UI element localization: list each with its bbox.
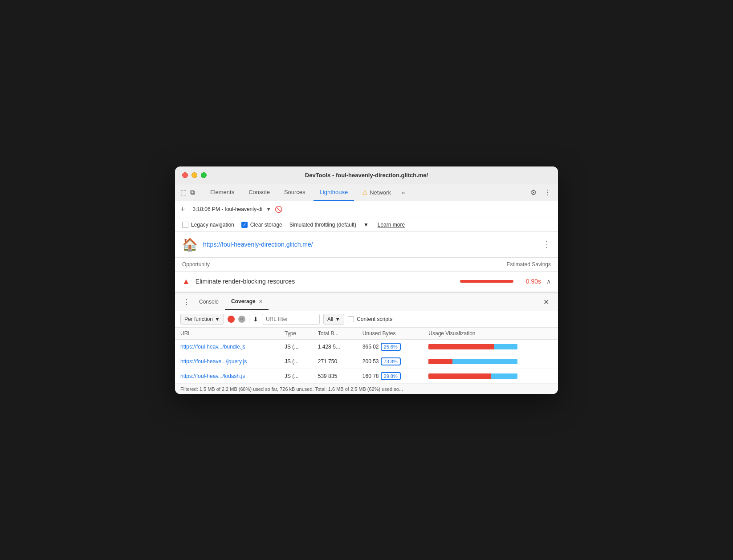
more-tabs-icon[interactable]: » (399, 185, 407, 200)
toolbar-divider (189, 205, 189, 214)
warning-icon: ⚠ (362, 189, 368, 196)
unused-portion (452, 359, 517, 364)
usage-bar (428, 359, 517, 364)
url-dropdown-icon[interactable]: ▼ (266, 206, 271, 212)
add-icon[interactable]: + (180, 205, 185, 214)
col-unused[interactable]: Unused Bytes (357, 328, 424, 340)
throttling-option[interactable]: Simulated throttling (default) (289, 222, 356, 228)
legacy-nav-option: Legacy navigation (182, 222, 234, 228)
inspector-icon[interactable]: ⧉ (190, 188, 195, 196)
table-row[interactable]: https://foul-heav.../bundle.jsJS (...1 4… (175, 339, 558, 354)
more-options-icon[interactable]: ⋮ (542, 185, 553, 200)
col-usage[interactable]: Usage Visualization (423, 328, 558, 340)
status-bar: Filtered: 1.5 MB of 2.2 MB (68%) used so… (175, 384, 558, 394)
traffic-lights (182, 172, 207, 178)
maximize-button[interactable] (201, 172, 207, 178)
table-row[interactable]: https://foul-heav.../lodash.jsJS (...539… (175, 369, 558, 383)
opportunity-header: Opportunity Estimated Savings (175, 258, 558, 272)
options-bar: Legacy navigation ✓ Clear storage Simula… (175, 218, 558, 232)
unused-portion (491, 373, 517, 379)
record-button[interactable] (228, 316, 235, 323)
cell-type: JS (... (279, 369, 313, 383)
legacy-nav-checkbox[interactable] (182, 222, 188, 228)
settings-icon[interactable]: ⚙ (527, 185, 540, 200)
panel-more-icon[interactable]: ⋮ (180, 293, 193, 311)
learn-more-link[interactable]: Learn more (378, 222, 405, 228)
window-title: DevTools - foul-heavenly-direction.glitc… (305, 172, 428, 179)
clear-storage-label: Clear storage (250, 222, 282, 228)
toolbar-separator (249, 315, 249, 323)
tab-sources[interactable]: Sources (278, 184, 312, 201)
cell-usage-vis (423, 369, 558, 383)
clear-storage-checkbox[interactable]: ✓ (241, 222, 248, 228)
coverage-panel: ⋮ Console Coverage ✕ ✕ Per function ▼ ⊘ … (175, 292, 558, 394)
coverage-table: URL Type Total B... Unused Bytes Usage V… (175, 328, 558, 384)
opportunity-label: Opportunity (182, 261, 210, 268)
cell-unused: 160 7829.8% (357, 369, 424, 383)
cell-url: https://foul-heav.../lodash.js (175, 369, 279, 383)
panel-tab-coverage[interactable]: Coverage ✕ (225, 294, 269, 310)
tab-bar: ⬚ ⧉ Elements Console Sources Lighthouse … (175, 184, 558, 201)
stop-coverage-button[interactable]: ⊘ (238, 316, 245, 323)
col-total[interactable]: Total B... (313, 328, 357, 340)
unused-portion (494, 344, 517, 349)
cell-url: https://foul-heav.../bundle.js (175, 339, 279, 354)
content-scripts-checkbox[interactable] (348, 316, 354, 322)
title-bar: DevTools - foul-heavenly-direction.glitc… (175, 166, 558, 184)
throttle-dropdown-icon[interactable]: ▼ (363, 222, 369, 228)
devtools-window: DevTools - foul-heavenly-direction.glitc… (175, 166, 558, 394)
cursor-icon[interactable]: ⬚ (180, 188, 187, 196)
address-toolbar: + 3:18:06 PM - foul-heavenly-di ▼ 🚫 (175, 201, 558, 218)
opportunity-warning-icon: ▲ (182, 277, 190, 286)
lighthouse-url: https://foul-heavenly-direction.glitch.m… (203, 241, 543, 248)
percent-badge: 25.6% (381, 343, 401, 351)
stop-icon[interactable]: 🚫 (275, 206, 282, 213)
table-row[interactable]: https://foul-heave.../jquery.jsJS (...27… (175, 354, 558, 369)
cell-unused: 365 0225.6% (357, 339, 424, 354)
download-icon[interactable]: ⬇ (253, 316, 258, 323)
tab-elements[interactable]: Elements (204, 184, 240, 201)
panel-close-icon[interactable]: ✕ (540, 294, 553, 310)
used-portion (428, 373, 491, 379)
opportunity-row: ▲ Eliminate render-blocking resources 0.… (175, 272, 558, 292)
used-portion (428, 344, 494, 349)
used-portion (428, 359, 452, 364)
opportunity-bar (460, 280, 513, 283)
cell-unused: 200 5373.8% (357, 354, 424, 369)
devtools-nav-icons: ⬚ ⧉ (180, 188, 195, 196)
filter-dropdown-icon: ▼ (335, 316, 340, 322)
cell-usage-vis (423, 354, 558, 369)
filter-type-dropdown[interactable]: All ▼ (323, 314, 344, 325)
cell-total: 1 428 5... (313, 339, 357, 354)
close-button[interactable] (182, 172, 188, 178)
lighthouse-logo: 🏠 (182, 237, 198, 252)
throttling-label: Simulated throttling (default) (289, 222, 356, 228)
percent-badge: 29.8% (381, 372, 401, 380)
opportunity-expand-icon[interactable]: ∧ (546, 278, 551, 285)
per-function-label: Per function (184, 316, 213, 322)
url-filter-input[interactable] (262, 314, 320, 325)
cell-total: 271 750 (313, 354, 357, 369)
minimize-button[interactable] (191, 172, 197, 178)
lighthouse-menu-icon[interactable]: ⋮ (543, 239, 551, 249)
estimated-savings-label: Estimated Savings (507, 261, 551, 268)
panel-tab-console[interactable]: Console (193, 294, 225, 309)
cell-type: JS (... (279, 339, 313, 354)
usage-bar (428, 373, 517, 379)
legacy-nav-label: Legacy navigation (191, 222, 234, 228)
percent-badge: 73.8% (381, 357, 401, 365)
tab-network[interactable]: ⚠ Network (356, 184, 397, 200)
lighthouse-header: 🏠 https://foul-heavenly-direction.glitch… (175, 232, 558, 258)
current-url: 3:18:06 PM - foul-heavenly-di (193, 206, 263, 212)
cell-usage-vis (423, 339, 558, 354)
content-scripts-option: Content scripts (348, 316, 392, 322)
usage-bar (428, 344, 517, 349)
tab-console[interactable]: Console (242, 184, 276, 201)
col-url[interactable]: URL (175, 328, 279, 340)
coverage-tab-close-icon[interactable]: ✕ (259, 299, 262, 304)
col-type[interactable]: Type (279, 328, 313, 340)
per-function-dropdown-icon: ▼ (215, 316, 220, 322)
per-function-dropdown[interactable]: Per function ▼ (180, 314, 224, 325)
tab-lighthouse[interactable]: Lighthouse (314, 184, 354, 201)
cell-url: https://foul-heave.../jquery.js (175, 354, 279, 369)
